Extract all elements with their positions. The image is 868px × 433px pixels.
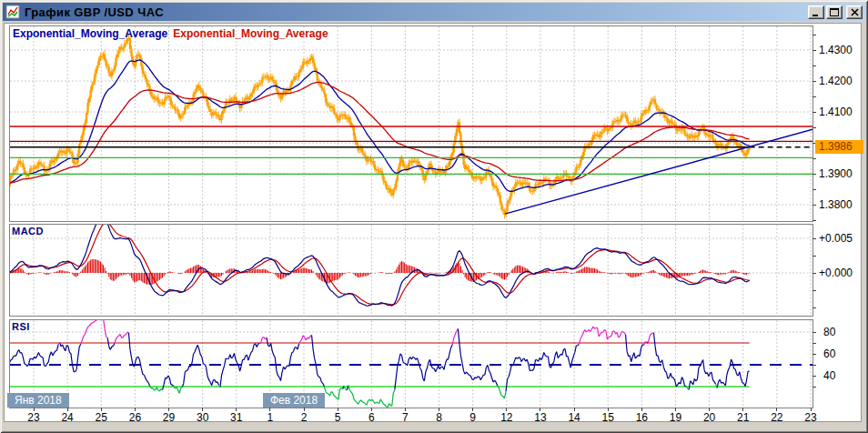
current-price-tag: 1.3986	[815, 140, 863, 154]
price-axis-label: 1.4200	[819, 75, 853, 87]
date-label: 23	[21, 411, 46, 424]
macd-axis-label: +0.000	[819, 267, 853, 279]
date-label: 13	[528, 411, 553, 424]
date-label: 14	[561, 411, 587, 424]
month-badge-jan: Янв 2018	[7, 393, 69, 408]
date-label: 31	[224, 411, 249, 424]
date-label: 29	[156, 411, 182, 424]
date-label: 19	[662, 411, 688, 424]
date-label: 23	[798, 411, 823, 424]
date-label: 5	[325, 411, 350, 424]
rsi-axis-label: 40	[823, 369, 835, 382]
chart-window: График GBP /USD ЧАС Exponential_Moving_A…	[0, 0, 868, 433]
date-label: 9	[460, 411, 486, 424]
date-label: 22	[764, 411, 790, 424]
rsi-panel-label: RSI	[12, 321, 30, 332]
rsi-axis-label: 80	[823, 326, 835, 338]
month-badge-feb: Фев 2018	[263, 393, 325, 408]
date-label: 26	[122, 411, 147, 424]
rsi-axis-label: 60	[823, 347, 835, 360]
date-label: 21	[731, 411, 756, 424]
date-label: 20	[697, 411, 722, 424]
date-label: 24	[55, 411, 80, 424]
date-label: 2	[291, 411, 317, 424]
date-label: 7	[392, 411, 418, 424]
legend-ema-slow: Exponential_Moving_Average	[173, 27, 328, 40]
macd-panel-label: MACD	[12, 226, 44, 237]
date-label: 25	[88, 411, 114, 424]
date-label: 12	[494, 411, 520, 424]
legend-ema-fast: Exponential_Moving_Average	[13, 27, 167, 40]
date-label: 15	[595, 411, 621, 424]
date-label: 30	[190, 411, 216, 424]
indicator-legend: Exponential_Moving_AverageExponential_Mo…	[13, 27, 328, 40]
price-axis-label: 1.4100	[819, 106, 853, 118]
date-label: 6	[358, 411, 384, 424]
date-label: 8	[427, 411, 452, 424]
price-axis-label: 1.3800	[819, 198, 853, 211]
date-label: 1	[257, 411, 283, 424]
price-axis-label: 1.3900	[819, 167, 853, 180]
price-axis-label: 1.4300	[819, 44, 853, 56]
date-label: 16	[629, 411, 654, 424]
macd-axis-label: +0.005	[819, 232, 853, 245]
